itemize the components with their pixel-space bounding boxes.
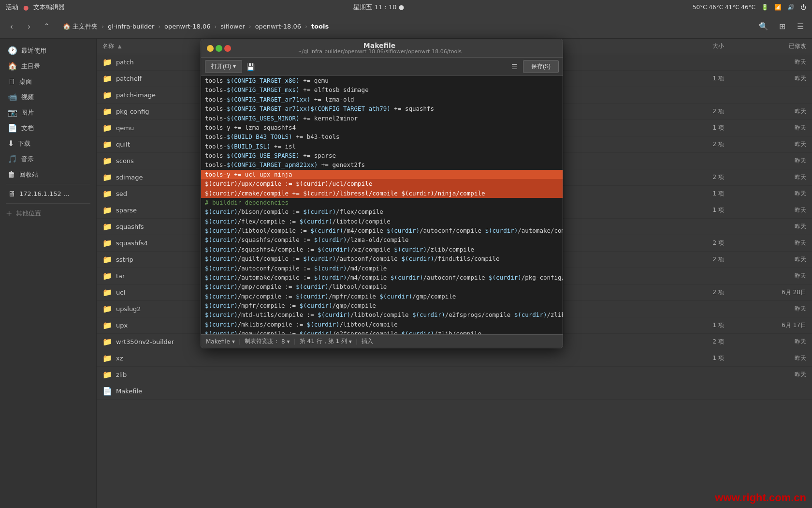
sidebar-item-music[interactable]: 🎵 音乐 (2, 151, 94, 166)
dialog-winbtns (207, 45, 231, 52)
file-row[interactable]: 📄Makefile (97, 383, 812, 400)
file-modified: 昨天 (734, 305, 806, 313)
app-label[interactable]: 文本编辑器 (33, 3, 65, 12)
code-line: tools-$(BUILD_ISL) += isl (201, 142, 563, 151)
file-size: 1 项 (676, 354, 734, 362)
code-line: tools-$(CONFIG_TARGET_apm821xx) += genex… (201, 160, 563, 169)
sidebar-item-other[interactable]: + 其他位置 (0, 206, 96, 221)
volume-icon: 🔊 (787, 4, 795, 11)
file-size: 1 项 (676, 75, 734, 83)
folder-icon: 📁 (102, 304, 112, 314)
sidebar-divider (6, 184, 90, 184)
code-line: tools-$(CONFIG_USE_SPARSE) += sparse (201, 151, 563, 160)
col-header-modified[interactable]: 已修改 (734, 42, 806, 50)
sidebar-item-pictures[interactable]: 📷 图片 (2, 105, 94, 120)
code-line: $(curdir)/bison/compile := $(curdir)/fle… (201, 207, 563, 216)
folder-icon: 📁 (102, 156, 112, 165)
topbar-left: 活动 ● 文本编辑器 (6, 3, 65, 12)
code-line: tools-$(BUILD_B43_TOOLS) += b43-tools (201, 132, 563, 141)
menu-button[interactable]: ☰ (793, 19, 808, 34)
breadcrumb-home[interactable]: 🏠 主文件夹 (60, 21, 101, 32)
watermark: www.right.com.cn (715, 492, 806, 504)
fm-toolbar: ‹ › ⌃ 🏠 主文件夹 › gl-infra-builder › openwr… (0, 15, 812, 39)
file-modified: 昨天 (734, 206, 806, 214)
close-button[interactable] (224, 45, 231, 52)
folder-icon: 📁 (102, 255, 112, 264)
sidebar-item-trash[interactable]: 🗑 回收站 (2, 167, 94, 182)
sidebar-item-recent[interactable]: 🕐 最近使用 (2, 43, 94, 58)
sidebar-item-home[interactable]: 🏠 主目录 (2, 59, 94, 74)
code-line: tools-$(CONFIG_TARGET_x86) += qemu (201, 76, 563, 85)
breadcrumb-tools[interactable]: tools (308, 22, 332, 31)
sidebar-item-downloads[interactable]: ⬇ 下载 (2, 136, 94, 151)
mode-status: 插入 (362, 337, 373, 345)
trash-icon: 🗑 (8, 170, 15, 179)
file-modified: 6月 17日 (734, 321, 806, 329)
breadcrumb: 🏠 主文件夹 › gl-infra-builder › openwrt-18.0… (56, 19, 754, 34)
folder-icon: 📁 (102, 74, 112, 83)
code-line: $(curdir)/gmp/compile := $(curdir)/libto… (201, 282, 563, 291)
docs-icon: 📄 (8, 123, 17, 133)
power-icon[interactable]: ⏻ (800, 4, 806, 11)
minimize-button[interactable] (207, 45, 214, 52)
code-line: $(curdir)/quilt/compile := $(curdir)/aut… (201, 254, 563, 263)
breadcrumb-gl-infra[interactable]: gl-infra-builder (105, 22, 157, 31)
file-modified: 昨天 (734, 272, 806, 280)
folder-icon: 📁 (102, 107, 112, 116)
code-line: $(curdir)/mklibs/compile := $(curdir)/li… (201, 320, 563, 329)
file-modified: 昨天 (734, 338, 806, 346)
save-button[interactable]: 保存(S) (523, 60, 559, 73)
sidebar-item-desktop[interactable]: 🖥 桌面 (2, 74, 94, 89)
sidebar-item-docs[interactable]: 📄 文档 (2, 120, 94, 135)
file-size: 2 项 (676, 288, 734, 297)
folder-icon: 📁 (102, 189, 112, 198)
code-line: $(curdir)/autoconf/compile := $(curdir)/… (201, 264, 563, 273)
sidebar-label-docs: 文档 (21, 124, 34, 133)
view-grid-button[interactable]: ⊞ (774, 19, 790, 34)
code-line: $(curdir)/mpfr/compile := $(curdir)/gmp/… (201, 301, 563, 310)
up-button[interactable]: ⌃ (39, 19, 54, 34)
folder-icon: 📁 (102, 123, 112, 133)
breadcrumb-siflower[interactable]: siflower (218, 22, 248, 31)
hamburger-button[interactable]: ☰ (508, 60, 521, 74)
file-size: 2 项 (676, 338, 734, 346)
file-modified: 昨天 (734, 223, 806, 231)
sidebar-label-network: 172.16.1.152 ... (19, 190, 69, 197)
code-line: $(curdir)/flex/compile := $(curdir)/libt… (201, 217, 563, 226)
breadcrumb-openwrt1[interactable]: openwrt-18.06 (161, 22, 213, 31)
code-line: tools-$(CONFIG_USES_MINOR) += kernel2min… (201, 114, 563, 123)
position-status[interactable]: 第 41 行，第 1 列 ▾ (300, 337, 352, 345)
folder-icon: 📁 (102, 321, 112, 330)
open-button[interactable]: 打开(O) ▾ (205, 60, 242, 73)
file-icon: 📄 (102, 387, 112, 396)
sidebar-label-other: 其他位置 (16, 209, 41, 218)
code-line: $(curdir)/automake/compile := $(curdir)/… (201, 273, 563, 282)
file-modified: 昨天 (734, 173, 806, 181)
code-line: # builddir dependencies (201, 198, 563, 207)
forward-button[interactable]: › (21, 19, 37, 34)
tabwidth-status[interactable]: 制表符宽度： 8 ▾ (245, 337, 290, 345)
back-button[interactable]: ‹ (4, 19, 19, 34)
code-area[interactable]: tools-$(CONFIG_TARGET_x86) += qemutools-… (201, 76, 563, 334)
activity-label[interactable]: 活动 (6, 3, 18, 12)
breadcrumb-openwrt2[interactable]: openwrt-18.06 (252, 22, 304, 31)
search-button[interactable]: 🔍 (756, 19, 771, 34)
sidebar: 🕐 最近使用 🏠 主目录 🖥 桌面 📹 视频 📷 图片 📄 文档 (0, 39, 97, 508)
add-icon: + (6, 209, 12, 218)
file-name: xz (116, 355, 676, 362)
filetype-status[interactable]: Makefile ▾ (206, 338, 235, 345)
file-modified: 昨天 (734, 58, 806, 66)
tabwidth-arrow-icon: ▾ (287, 338, 290, 345)
code-line: $(curdir)/squashfs/compile := $(curdir)/… (201, 235, 563, 244)
maximize-button[interactable] (216, 45, 222, 52)
save-icon-button[interactable]: 💾 (244, 60, 258, 74)
file-row[interactable]: 📁xz1 项昨天 (97, 350, 812, 367)
folder-icon: 📁 (102, 206, 112, 215)
sidebar-item-video[interactable]: 📹 视频 (2, 90, 94, 105)
file-row[interactable]: 📁zlib昨天 (97, 367, 812, 383)
dialog-statusbar: Makefile ▾ | 制表符宽度： 8 ▾ | 第 41 行，第 1 列 ▾… (201, 334, 563, 348)
sidebar-item-network[interactable]: 🖥 172.16.1.152 ... (2, 186, 94, 201)
code-line: $(curdir)/qemu/compile := $(curdir)/e2fs… (201, 329, 563, 334)
folder-icon: 📁 (102, 173, 112, 182)
col-header-size[interactable]: 大小 (676, 42, 734, 50)
